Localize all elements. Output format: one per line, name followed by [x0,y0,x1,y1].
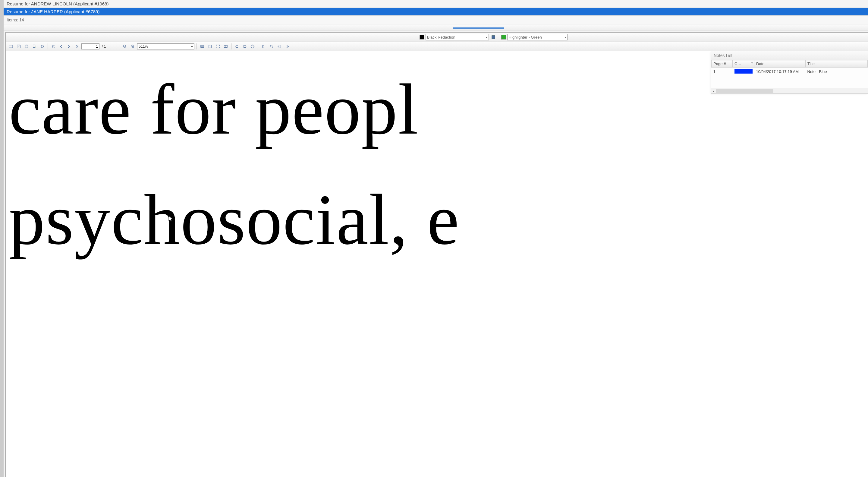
first-page-button[interactable] [50,43,57,50]
page-right-button[interactable] [284,43,290,50]
notes-panel: Notes List Page # C… ▾ Date Title [711,51,868,94]
print-button[interactable] [23,43,30,50]
svg-line-12 [133,47,134,48]
separator [196,43,197,50]
svg-rect-5 [26,47,27,48]
zoom-dropdown[interactable]: 511% ▾ [137,43,194,50]
svg-rect-20 [236,46,238,48]
document-canvas[interactable]: care for peopl psychosocial, e Notes Lis… [6,51,868,477]
refresh-button[interactable] [39,43,45,50]
color-chip-blue [735,69,752,73]
svg-rect-26 [286,45,288,48]
separator [48,43,48,50]
notes-cell-title: Note - Blue [806,67,868,76]
tab-andrew-lincoln[interactable]: Resume for ANDREW LINCOLN (Applicant #19… [4,0,868,8]
fit-width-button[interactable] [199,43,206,50]
svg-point-22 [252,46,253,47]
notes-col-title[interactable]: Title [806,60,868,67]
document-tabs: Resume for ANDREW LINCOLN (Applicant #19… [4,0,868,16]
separator [258,43,258,50]
skip-back-button[interactable] [260,43,267,50]
notes-panel-title: Notes List [711,51,868,60]
rotate-right-button[interactable] [241,43,248,50]
svg-point-23 [270,45,273,47]
redaction-dropdown-label: Black Redaction [427,35,456,39]
svg-line-9 [126,47,127,48]
next-page-button[interactable] [66,43,72,50]
zoom-out-button[interactable] [121,43,128,50]
notes-col-page[interactable]: Page # [712,60,733,67]
zoom-in-button[interactable] [129,43,136,50]
notes-col-date[interactable]: Date [754,60,806,67]
scroll-left-icon[interactable]: ‹ [711,89,716,93]
prev-page-button[interactable] [58,43,64,50]
actual-size-button[interactable] [222,43,229,50]
svg-rect-25 [279,45,281,48]
notes-cell-color [733,67,754,76]
notes-cell-page: 1 [712,67,733,76]
notes-row[interactable]: 1 10/04/2017 10:17:19 AM Note - Blue [712,67,868,76]
splitter[interactable] [4,24,868,30]
items-count: Items: 14 [4,16,868,24]
redaction-dropdown[interactable]: Black Redaction ▾ [426,34,489,40]
document-text-line-2: psychosocial, e [9,178,460,261]
highlighter-dropdown[interactable]: Highlighter - Green ▾ [507,34,567,40]
navigation-toolbar: + / 1 [6,42,868,51]
settings-button[interactable] [249,43,256,50]
open-button[interactable] [7,43,14,50]
splitter-handle[interactable] [453,27,504,29]
save-button[interactable] [16,43,22,50]
svg-rect-6 [33,45,35,48]
fullscreen-button[interactable] [215,43,221,50]
scroll-thumb[interactable] [716,89,773,93]
sort-icon: ▾ [751,61,753,64]
svg-rect-21 [244,46,246,48]
document-viewer: Black Redaction ▾ Highlighter - Green ▾ [5,32,868,477]
notes-cell-date: 10/04/2017 10:17:19 AM [754,67,806,76]
fit-page-button[interactable] [207,43,213,50]
redaction-swatch-icon[interactable] [420,35,424,39]
search-zoom-button[interactable] [268,43,275,50]
app-root: Resume for ANDREW LINCOLN (Applicant #19… [0,0,868,477]
page-left-button[interactable] [276,43,283,50]
svg-rect-1 [9,45,13,48]
page-total-label: / 1 [101,44,107,49]
svg-text:+: + [35,46,36,48]
separator [499,34,499,40]
annotation-toolbar: Black Redaction ▾ Highlighter - Green ▾ [6,33,868,42]
last-page-button[interactable] [73,43,80,50]
page-number-input[interactable] [82,43,99,50]
svg-rect-3 [25,46,28,47]
rotate-left-button[interactable] [234,43,240,50]
highlight-swatch-icon[interactable] [501,35,506,39]
separator [231,43,231,50]
zoom-value-label: 511% [138,44,148,49]
document-text-line-1: care for peopl [9,60,419,158]
apply-redaction-button[interactable] [490,34,497,40]
chevron-down-icon: ▾ [564,36,566,39]
highlighter-dropdown-label: Highlighter - Green [509,35,542,39]
tab-jane-harper[interactable]: Resume for JANE HARPER (Applicant #6789) [4,8,868,16]
chevron-down-icon: ▾ [486,36,487,39]
notes-table: Page # C… ▾ Date Title 1 [711,60,868,76]
add-page-button[interactable]: + [31,43,38,50]
chevron-down-icon: ▾ [191,44,193,49]
notes-col-color[interactable]: C… ▾ [733,60,754,67]
svg-rect-0 [492,36,495,39]
svg-line-24 [272,47,273,48]
svg-rect-2 [18,45,19,47]
notes-horizontal-scrollbar[interactable]: ‹ [711,88,868,93]
